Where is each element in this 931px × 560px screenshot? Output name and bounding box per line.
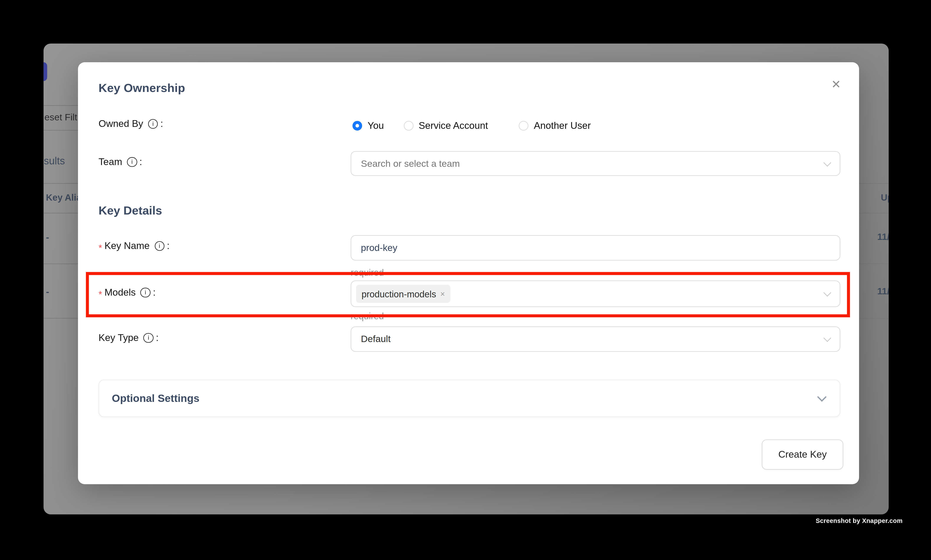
- radio-selected-icon[interactable]: [352, 121, 362, 131]
- radio-label: You: [368, 120, 384, 131]
- model-tag-label: production-models: [362, 289, 436, 299]
- key-name-validation: required: [351, 267, 384, 277]
- radio-owned-by-service-account[interactable]: Service Account: [403, 120, 488, 131]
- label-colon: :: [156, 332, 159, 343]
- team-select-input[interactable]: [351, 158, 840, 169]
- required-asterisk: *: [98, 289, 102, 299]
- create-key-button-fragment[interactable]: [43, 62, 47, 81]
- label-colon: :: [140, 157, 142, 168]
- tag-close-icon[interactable]: ×: [440, 289, 445, 298]
- radio-label: Service Account: [419, 120, 488, 131]
- owned-by-label: Owned Byi:: [98, 118, 163, 129]
- required-asterisk: *: [98, 242, 102, 252]
- owned-by-label-text: Owned By: [98, 118, 143, 129]
- key-details-heading: Key Details: [98, 204, 162, 217]
- info-icon[interactable]: i: [140, 288, 151, 298]
- team-label: Teami:: [98, 157, 142, 168]
- create-key-modal: Key Ownership ✕ Owned Byi: You Service A…: [78, 62, 859, 484]
- key-name-field[interactable]: [351, 235, 840, 260]
- info-icon[interactable]: i: [148, 119, 158, 129]
- key-type-label-text: Key Type: [98, 332, 138, 343]
- key-type-select[interactable]: Default: [351, 326, 840, 352]
- key-name-label: *Key Namei:: [98, 240, 169, 251]
- chevron-down-icon: [823, 289, 831, 297]
- optional-settings-accordion[interactable]: Optional Settings: [98, 380, 840, 417]
- models-label-text: Models: [105, 287, 136, 298]
- models-label: *Modelsi:: [98, 287, 155, 298]
- radio-owned-by-you[interactable]: You: [352, 120, 384, 131]
- radio-label: Another User: [534, 120, 591, 131]
- table-row: 11/: [877, 286, 888, 297]
- key-name-label-text: Key Name: [105, 240, 150, 251]
- table-row: 11/: [877, 231, 888, 242]
- modal-title: Key Ownership: [98, 81, 185, 95]
- close-icon[interactable]: ✕: [826, 74, 846, 94]
- table-header-updated: Up: [881, 192, 888, 202]
- create-key-button[interactable]: Create Key: [762, 439, 843, 469]
- optional-settings-label: Optional Settings: [112, 392, 200, 405]
- radio-owned-by-another-user[interactable]: Another User: [519, 120, 591, 131]
- screenshot-stage: eset Filt sults Key Alia Up - 11/ - 11/ …: [0, 0, 931, 560]
- team-label-text: Team: [98, 157, 122, 168]
- info-icon[interactable]: i: [154, 241, 165, 251]
- models-validation: required: [351, 311, 384, 321]
- watermark-text: Screenshot by Xnapper.com: [816, 517, 903, 524]
- team-select[interactable]: [351, 151, 840, 176]
- radio-unselected-icon[interactable]: [519, 121, 528, 131]
- label-colon: :: [160, 118, 163, 129]
- models-select[interactable]: production-models ×: [351, 280, 840, 307]
- model-tag: production-models ×: [356, 285, 451, 303]
- chevron-down-icon: [817, 392, 826, 402]
- label-colon: :: [153, 287, 155, 298]
- reset-filters-button-fragment[interactable]: eset Filt: [45, 111, 77, 122]
- info-icon[interactable]: i: [144, 333, 154, 343]
- table-row: -: [46, 232, 49, 243]
- chevron-down-icon: [823, 334, 831, 342]
- info-icon[interactable]: i: [127, 157, 137, 167]
- key-type-label: Key Typei:: [98, 332, 159, 343]
- table-header-key-alias: Key Alia: [46, 192, 82, 202]
- label-colon: :: [167, 240, 169, 251]
- key-type-value: Default: [351, 334, 391, 345]
- radio-unselected-icon[interactable]: [403, 121, 413, 131]
- results-count-fragment: sults: [44, 155, 65, 167]
- table-row: -: [46, 286, 49, 297]
- key-name-input[interactable]: [351, 243, 840, 253]
